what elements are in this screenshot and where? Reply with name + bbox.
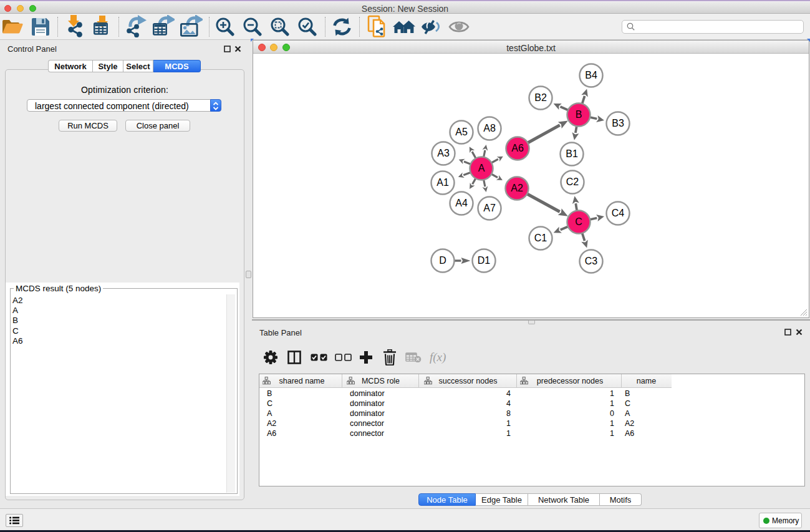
svg-text:B3: B3	[612, 118, 624, 128]
svg-text:B: B	[576, 109, 582, 120]
svg-text:A3: A3	[437, 148, 450, 158]
svg-text:B2: B2	[534, 92, 547, 103]
svg-text:C1: C1	[534, 233, 547, 243]
svg-text:C: C	[575, 216, 582, 227]
svg-text:A1: A1	[436, 177, 449, 188]
svg-text:A4: A4	[455, 198, 468, 208]
svg-text:C2: C2	[566, 177, 579, 187]
svg-text:A6: A6	[511, 143, 524, 153]
svg-text:A7: A7	[483, 203, 496, 213]
svg-text:B4: B4	[585, 70, 597, 80]
svg-text:A8: A8	[483, 123, 496, 133]
svg-text:C3: C3	[585, 256, 598, 266]
svg-text:A: A	[478, 163, 485, 173]
svg-text:B1: B1	[566, 148, 578, 159]
svg-text:C4: C4	[612, 208, 625, 218]
svg-text:A2: A2	[511, 183, 523, 193]
svg-text:D: D	[439, 255, 446, 266]
svg-text:D1: D1	[478, 255, 491, 266]
svg-text:A5: A5	[455, 127, 468, 137]
